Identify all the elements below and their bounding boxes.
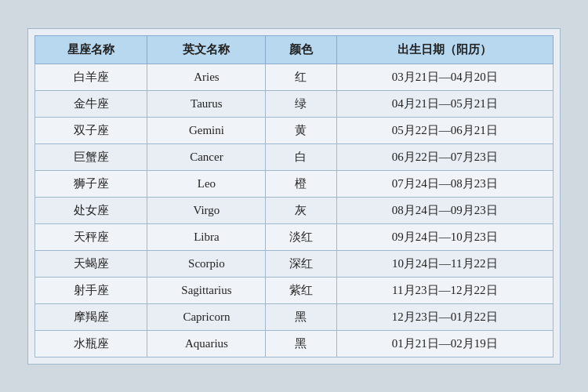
header-color: 颜色 [266,35,336,64]
cell-color: 紫红 [266,277,336,303]
cell-color: 红 [266,64,336,90]
table-row: 天蝎座Scorpio深红10月24日—11月22日 [35,250,554,277]
zodiac-table-container: 星座名称 英文名称 颜色 出生日期（阳历） 白羊座Aries红03月21日—04… [27,28,561,365]
cell-chinese-name: 巨蟹座 [35,143,147,170]
cell-chinese-name: 处女座 [35,197,147,223]
cell-dates: 12月23日—01月22日 [336,303,553,330]
cell-color: 绿 [266,90,336,117]
cell-color: 淡红 [266,223,336,250]
table-body: 白羊座Aries红03月21日—04月20日金牛座Taurus绿04月21日—0… [35,64,554,357]
cell-english-name: Scorpio [147,250,266,277]
cell-dates: 06月22日—07月23日 [336,143,553,170]
cell-color: 深红 [266,250,336,277]
cell-english-name: Leo [147,170,266,197]
table-row: 水瓶座Aquarius黑01月21日—02月19日 [35,330,554,357]
cell-dates: 10月24日—11月22日 [336,250,553,277]
cell-dates: 04月21日—05月21日 [336,90,553,117]
cell-english-name: Libra [147,223,266,250]
table-row: 处女座Virgo灰08月24日—09月23日 [35,197,554,223]
cell-dates: 03月21日—04月20日 [336,64,553,90]
cell-dates: 11月23日—12月22日 [336,277,553,303]
cell-english-name: Gemini [147,117,266,143]
cell-color: 黄 [266,117,336,143]
cell-chinese-name: 狮子座 [35,170,147,197]
table-row: 天秤座Libra淡红09月24日—10月23日 [35,223,554,250]
cell-english-name: Sagittarius [147,277,266,303]
cell-dates: 09月24日—10月23日 [336,223,553,250]
cell-english-name: Capricorn [147,303,266,330]
table-row: 金牛座Taurus绿04月21日—05月21日 [35,90,554,117]
cell-chinese-name: 摩羯座 [35,303,147,330]
header-english-name: 英文名称 [147,35,266,64]
table-row: 狮子座Leo橙07月24日—08月23日 [35,170,554,197]
table-row: 双子座Gemini黄05月22日—06月21日 [35,117,554,143]
cell-dates: 01月21日—02月19日 [336,330,553,357]
cell-chinese-name: 水瓶座 [35,330,147,357]
cell-chinese-name: 天蝎座 [35,250,147,277]
cell-color: 黑 [266,330,336,357]
cell-color: 灰 [266,197,336,223]
cell-chinese-name: 天秤座 [35,223,147,250]
cell-chinese-name: 双子座 [35,117,147,143]
cell-color: 黑 [266,303,336,330]
cell-chinese-name: 射手座 [35,277,147,303]
table-row: 摩羯座Capricorn黑12月23日—01月22日 [35,303,554,330]
cell-chinese-name: 金牛座 [35,90,147,117]
cell-dates: 08月24日—09月23日 [336,197,553,223]
table-header-row: 星座名称 英文名称 颜色 出生日期（阳历） [35,35,554,64]
cell-color: 橙 [266,170,336,197]
header-chinese-name: 星座名称 [35,35,147,64]
cell-english-name: Taurus [147,90,266,117]
cell-english-name: Cancer [147,143,266,170]
table-row: 射手座Sagittarius紫红11月23日—12月22日 [35,277,554,303]
table-row: 白羊座Aries红03月21日—04月20日 [35,64,554,90]
cell-color: 白 [266,143,336,170]
zodiac-table: 星座名称 英文名称 颜色 出生日期（阳历） 白羊座Aries红03月21日—04… [34,35,554,358]
cell-english-name: Virgo [147,197,266,223]
cell-dates: 07月24日—08月23日 [336,170,553,197]
cell-dates: 05月22日—06月21日 [336,117,553,143]
cell-english-name: Aries [147,64,266,90]
table-row: 巨蟹座Cancer白06月22日—07月23日 [35,143,554,170]
header-dates: 出生日期（阳历） [336,35,553,64]
cell-english-name: Aquarius [147,330,266,357]
cell-chinese-name: 白羊座 [35,64,147,90]
